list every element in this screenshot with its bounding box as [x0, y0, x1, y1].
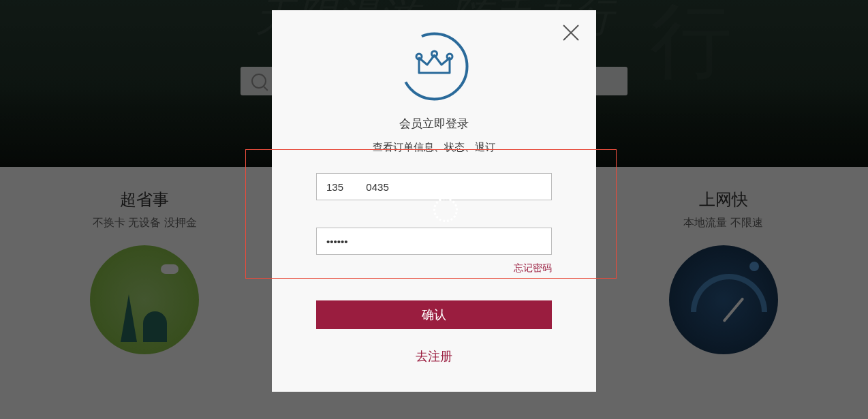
forgot-password-link[interactable]: 忘记密码 [514, 262, 552, 273]
modal-subtitle: 查看订单信息、状态、退订 [272, 141, 596, 154]
svg-point-2 [431, 51, 437, 57]
phone-input[interactable] [316, 173, 552, 200]
register-link[interactable]: 去注册 [416, 350, 452, 363]
svg-point-1 [416, 54, 422, 59]
logo-wrap [272, 31, 596, 102]
close-button[interactable] [561, 22, 581, 46]
forgot-password-wrap: 忘记密码 [316, 262, 552, 275]
close-icon [561, 22, 581, 43]
password-input[interactable] [316, 228, 552, 255]
modal-title: 会员立即登录 [272, 116, 596, 131]
svg-point-0 [401, 34, 467, 99]
loading-spinner-icon [433, 198, 454, 218]
svg-point-3 [447, 54, 452, 59]
crown-logo-icon [399, 31, 470, 102]
confirm-button[interactable]: 确认 [316, 300, 552, 329]
